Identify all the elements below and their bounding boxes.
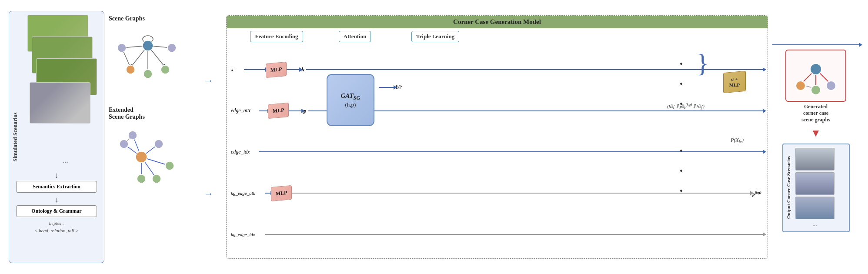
col-attention-title-wrap: Attention	[318, 31, 392, 49]
row4-pkg-label: p(kg)	[752, 190, 761, 197]
row1-arrow2	[287, 69, 300, 70]
row3-arrow	[259, 151, 763, 152]
pfv-label: P(Xfv)	[731, 137, 744, 144]
flow-rows: x MLP h edge_attr	[231, 49, 763, 255]
generated-graph-label: Generated corner case scene graphs	[783, 104, 848, 123]
scene-graph-2	[109, 122, 187, 192]
simulated-scenarios-panel: Simulated Scenarios ... ↓ Semantics Extr…	[9, 11, 104, 263]
row2-arrow3	[308, 110, 764, 111]
svg-point-30	[152, 174, 161, 183]
svg-point-29	[137, 174, 146, 183]
h-prime-area: h⃗′	[379, 84, 404, 91]
generated-graph-svg	[788, 52, 844, 100]
row2-mlp: MLP	[268, 103, 289, 119]
output-right-panel: Generated corner case scene graphs ▼ Out…	[772, 42, 859, 232]
scenario-images	[23, 15, 99, 154]
model-interior: Feature Encoding Attention Triple Learni…	[227, 28, 768, 258]
row5-kgedgeidx-label: kg_edge_idx	[231, 232, 265, 237]
row4-arrow1	[265, 193, 271, 194]
row1-mlp: MLP	[266, 62, 287, 78]
triple-bracket: }	[696, 50, 709, 76]
svg-point-24	[128, 131, 137, 140]
dot-1: •	[680, 54, 683, 74]
left-bottom: ↓ Semantics Extraction ↓ Ontology & Gram…	[13, 170, 100, 234]
svg-point-10	[126, 65, 135, 74]
row2-edgeattr-label: edge_attr	[231, 107, 259, 114]
flow-row-3: edge_idx	[231, 142, 763, 162]
sim-image-4	[30, 82, 90, 124]
sigma-mlp-block: σ ∘ MLP	[723, 71, 746, 94]
arrow-sg-to-model: →	[204, 76, 222, 86]
row4-mlp: MLP	[271, 185, 292, 201]
dots-text: ...	[62, 156, 68, 165]
svg-point-38	[811, 85, 821, 95]
gat-block: GATSG (h,p)	[327, 74, 374, 126]
svg-point-36	[796, 81, 805, 90]
scene-graph-1	[109, 24, 187, 89]
main-container: Simulated Scenarios ... ↓ Semantics Extr…	[0, 0, 868, 274]
svg-point-27	[136, 151, 147, 163]
triple-formula: (h⃗i′ ∥ p⃗k(kg) ∥ h⃗j′)	[667, 102, 704, 110]
dot-kg-3: •	[680, 181, 683, 200]
row2-arrow2	[289, 110, 302, 111]
row2-arrow1	[259, 110, 268, 111]
row5-arrow	[265, 234, 763, 235]
dot-kg-1: •	[680, 141, 683, 160]
dot-2: •	[680, 74, 683, 94]
row3-edgeidx-label: edge_idx	[231, 149, 259, 155]
output-dots: ...	[795, 221, 835, 228]
generated-graph-section: Generated corner case scene graphs	[783, 50, 848, 123]
semantics-extraction-box: Semantics Extraction	[16, 181, 97, 193]
svg-point-8	[117, 43, 126, 52]
row1-arrow3	[306, 69, 763, 70]
arrow-down-2: ↓	[16, 195, 97, 204]
row1-x-label: x	[231, 66, 244, 73]
col-triple-title: Triple Learning	[411, 31, 459, 42]
svg-point-26	[154, 140, 163, 148]
scene-graph-svg-2	[109, 122, 187, 192]
svg-point-35	[810, 63, 821, 75]
flow-row-1: x MLP h	[231, 60, 763, 80]
output-scene-img-1	[795, 148, 835, 170]
scene-graphs-area: Scene Graphs	[109, 11, 200, 263]
scene-graphs-label: Scene Graphs	[109, 15, 187, 22]
col-feature-title: Feature Encoding	[250, 31, 303, 42]
gat-args: (h,p)	[345, 101, 356, 108]
arrow-down-1: ↓	[16, 171, 97, 180]
arrow-to-output	[772, 44, 859, 45]
gat-name: GATSG	[341, 92, 360, 101]
col-titles-row: Feature Encoding Attention Triple Learni…	[235, 31, 759, 49]
sigma-mlp-container: σ ∘ MLP	[723, 72, 746, 92]
svg-point-12	[144, 70, 152, 78]
output-scenarios-panel: Output Corner Case Scenarios ...	[782, 144, 850, 232]
col-triple-title-wrap: Triple Learning	[392, 31, 479, 49]
col-attention-title: Attention	[339, 31, 371, 42]
row4-kgedgeattr-label: kg_edge_attr	[231, 190, 265, 196]
flow-row-5: kg_edge_idx	[231, 224, 763, 244]
extended-graphs-label: ExtendedScene Graphs	[109, 107, 187, 120]
svg-point-7	[143, 40, 153, 51]
svg-point-9	[167, 43, 176, 52]
svg-point-37	[826, 81, 836, 90]
arrow-esg-to-model: →	[204, 189, 222, 199]
sigma-mlp-label: σ ∘ MLP	[725, 77, 744, 87]
arrows-to-model: → →	[204, 50, 222, 224]
red-arrow-down: ▼	[811, 127, 821, 139]
scene-graphs-section: Scene Graphs	[109, 15, 187, 89]
extended-scene-graphs-section: ExtendedScene Graphs	[109, 107, 187, 192]
dot-kg-2: •	[680, 161, 683, 180]
output-panel-title: Output Corner Case Scenarios	[786, 156, 791, 219]
flow-row-4: kg_edge_attr MLP p(kg)	[231, 184, 763, 203]
output-images-col: ...	[795, 148, 835, 228]
triple-dots-kg: • • •	[680, 141, 683, 200]
ontology-grammar-box: Ontology & Grammar	[16, 205, 97, 217]
svg-point-28	[165, 161, 174, 170]
gat-block-container: GATSG (h,p)	[327, 61, 374, 117]
triples-label: triples : < head, relation, tail >	[16, 220, 97, 234]
svg-point-25	[120, 140, 128, 148]
model-panel: Corner Case Generation Model Feature Enc…	[226, 15, 768, 259]
svg-point-11	[161, 65, 170, 74]
scene-graph-svg-1	[109, 24, 187, 89]
output-scene-img-2	[795, 172, 835, 195]
h-prime-arrow	[379, 87, 394, 88]
